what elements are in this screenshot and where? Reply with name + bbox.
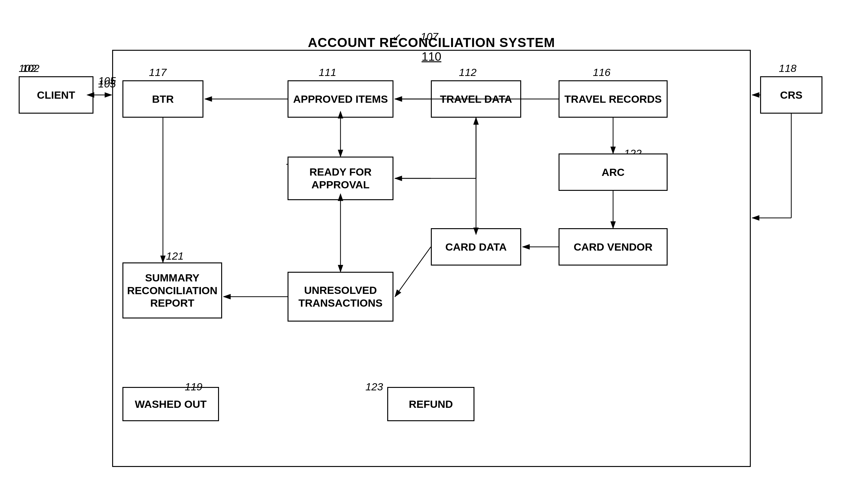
card-data-to-unresolved-arrow xyxy=(395,247,431,297)
card-data-node: CARD DATA xyxy=(431,228,521,265)
ref-118: 118 xyxy=(779,62,796,74)
system-title: ACCOUNT RECONCILIATION SYSTEM 110 xyxy=(113,35,750,64)
ref-travel-records-label: 116 xyxy=(593,66,610,79)
travel-records-node: TRAVEL RECORDS xyxy=(558,80,668,118)
approved-items-node: APPROVED ITEMS xyxy=(287,80,393,118)
ref-102-outside: 102 xyxy=(22,62,39,74)
ref-btr-label: 117 xyxy=(149,66,167,79)
ready-for-approval-node: READY FORAPPROVAL xyxy=(287,157,393,200)
ref-washed-out-label: 119 xyxy=(185,381,202,393)
unresolved-transactions-node: UNRESOLVEDTRANSACTIONS xyxy=(287,272,393,321)
ref-travel-data-label: 112 xyxy=(459,66,477,79)
ref-approved-label: 111 xyxy=(319,66,336,79)
client-node: CLIENT xyxy=(19,76,94,114)
card-vendor-node: CARD VENDOR xyxy=(558,228,668,265)
btr-node: BTR xyxy=(122,80,203,118)
refund-node: REFUND xyxy=(387,387,474,421)
washed-out-node: WASHED OUT xyxy=(122,387,219,421)
ref-105-outside: 105 xyxy=(98,78,116,90)
system-box: ACCOUNT RECONCILIATION SYSTEM 110 117 BT… xyxy=(112,50,751,467)
arc-node: ARC xyxy=(558,154,668,191)
summary-reconciliation-node: SUMMARYRECONCILIATIONREPORT xyxy=(122,262,222,318)
diagram-container: 107 ↙ 102 CLIENT 105 118 CRS ACCOUNT REC… xyxy=(19,19,838,492)
travel-data-node: TRAVEL DATA xyxy=(431,80,521,118)
crs-node: CRS xyxy=(760,76,822,114)
ref-summary-label: 121 xyxy=(166,250,184,262)
ref-refund-label: 123 xyxy=(366,381,383,393)
